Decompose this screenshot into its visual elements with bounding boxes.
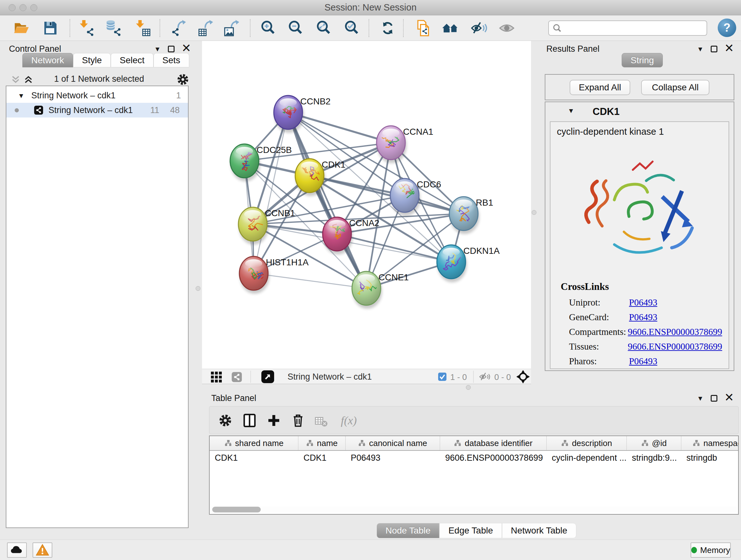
table-row[interactable]: CDK1CDK1P064939606.ENSP00000378699cyclin… [210, 451, 739, 465]
column-header-description[interactable]: description [547, 436, 627, 450]
close-panel-icon[interactable]: ✕ [182, 43, 191, 54]
collapse-all-button[interactable]: Collapse All [641, 80, 710, 95]
close-panel-icon[interactable]: ✕ [724, 392, 734, 403]
grid-view-icon[interactable] [211, 372, 222, 382]
close-window-icon[interactable] [9, 4, 16, 11]
zoom-in-button[interactable] [258, 18, 278, 38]
delete-table-icon[interactable] [312, 412, 330, 429]
protein-structure-image [566, 142, 713, 276]
network-node-RB1[interactable] [449, 197, 479, 234]
hide-selected-button[interactable] [468, 18, 489, 38]
crosslink-link-genecard[interactable]: P06493 [629, 312, 657, 322]
show-all-button[interactable] [496, 18, 517, 38]
column-header-shared-name[interactable]: shared name [210, 436, 298, 450]
network-node-HIST1H1A[interactable] [239, 256, 269, 294]
export-image-button[interactable] [222, 18, 242, 38]
maximize-window-icon[interactable] [30, 4, 37, 11]
tab-network[interactable]: Network [22, 53, 73, 67]
network-node-CDKN1A[interactable] [437, 245, 467, 282]
tab-network-table[interactable]: Network Table [502, 523, 576, 538]
tab-edge-table[interactable]: Edge Table [440, 523, 502, 538]
crosslink-link-pharos[interactable]: P06493 [629, 356, 657, 367]
network-graph[interactable]: CCNB2CCNA1CDC25BCDK1CDC6RB1CCNB1CCNA2CDK… [202, 41, 531, 369]
delete-column-trash-icon[interactable] [289, 412, 307, 429]
network-view-icon[interactable] [231, 372, 242, 382]
import-network-from-file-button[interactable] [76, 18, 96, 38]
crosslink-row: Pharos:P06493 [569, 354, 722, 368]
column-header-canonical-name[interactable]: canonical name [346, 436, 440, 450]
network-node-CCNB2[interactable] [274, 96, 304, 133]
minimize-window-icon[interactable] [19, 4, 26, 11]
collection-count: 1 [176, 91, 181, 101]
open-file-button[interactable] [11, 18, 31, 38]
panel-menu-icon[interactable]: ▼ [154, 46, 161, 52]
save-session-button[interactable] [40, 18, 60, 38]
float-panel-icon[interactable] [168, 46, 175, 52]
column-header-namespace[interactable]: namespace [681, 436, 739, 450]
float-panel-icon[interactable] [711, 46, 718, 52]
crosslink-link-uniprot[interactable]: P06493 [629, 297, 657, 308]
crosslink-row: Tissues:9606.ENSP00000378699 [569, 339, 722, 354]
scrollbar-thumb[interactable] [212, 507, 261, 512]
results-panel: Results Panel ▼ ✕ String Expand All Coll… [539, 41, 741, 385]
import-table-from-file-button[interactable] [132, 18, 152, 38]
network-node-CCNA2[interactable] [323, 217, 353, 254]
show-columns-icon[interactable] [241, 412, 259, 429]
panel-menu-icon[interactable]: ▼ [697, 46, 704, 52]
selected-checkbox-icon[interactable] [438, 373, 447, 381]
search-field[interactable] [548, 20, 707, 36]
toolbar-separator [159, 19, 160, 37]
tab-select[interactable]: Select [111, 53, 153, 67]
node-label-CCNB1: CCNB1 [265, 208, 295, 218]
zoom-selected-button[interactable] [341, 18, 362, 38]
network-label: String Network – cdk1 [49, 105, 133, 115]
left-splitter-handle[interactable] [196, 286, 200, 291]
warnings-button[interactable] [32, 543, 52, 558]
table-options-gear-icon[interactable] [216, 412, 234, 429]
float-panel-icon[interactable] [711, 395, 718, 401]
help-button[interactable]: ? [718, 18, 736, 37]
tab-sets[interactable]: Sets [153, 53, 189, 67]
network-canvas[interactable]: CCNB2CCNA1CDC25BCDK1CDC6RB1CCNB1CCNA2CDK… [202, 41, 531, 369]
network-node-CDC25B[interactable] [230, 144, 260, 181]
network-node-CCNA1[interactable] [376, 126, 407, 163]
gear-icon[interactable] [176, 73, 190, 86]
fit-content-crosshair-icon[interactable] [516, 370, 530, 384]
create-column-plus-icon[interactable] [265, 412, 283, 429]
crosslink-link-compartments[interactable]: 9606.ENSP00000378699 [628, 327, 722, 337]
export-table-button[interactable] [196, 18, 216, 38]
collapse-entry-icon[interactable]: ▼ [568, 107, 575, 114]
table-cell: CDK1 [210, 453, 298, 463]
network-node-CDK1[interactable] [295, 159, 325, 196]
tab-style[interactable]: Style [73, 53, 111, 67]
search-input[interactable] [565, 23, 706, 33]
export-network-button[interactable] [169, 18, 189, 38]
tab-string[interactable]: String [622, 53, 663, 67]
zoom-out-button[interactable] [285, 18, 306, 38]
expand-all-button[interactable]: Expand All [569, 80, 630, 95]
right-splitter-handle[interactable] [532, 210, 536, 215]
bottom-splitter-handle[interactable] [466, 385, 471, 390]
refresh-button[interactable] [378, 18, 398, 38]
function-builder-icon[interactable]: f(x) [334, 412, 363, 429]
table-horizontal-scrollbar[interactable] [210, 506, 737, 513]
import-network-from-database-button[interactable] [103, 18, 124, 38]
cytoscape-window: { "window": { "title": "Session: New Ses… [0, 0, 741, 560]
panel-menu-icon[interactable]: ▼ [697, 395, 704, 401]
column-header-database-identifier[interactable]: database identifier [440, 436, 547, 450]
network-node-CDC6[interactable] [390, 179, 420, 216]
network-collection-row[interactable]: ▼ String Network – cdk1 1 [6, 88, 188, 103]
column-header-name[interactable]: name [298, 436, 346, 450]
memory-button[interactable]: Memory [690, 543, 731, 558]
tab-node-table[interactable]: Node Table [377, 523, 440, 538]
close-panel-icon[interactable]: ✕ [724, 43, 734, 54]
collapse-collection-icon[interactable]: ▼ [18, 92, 24, 99]
first-neighbors-button[interactable] [441, 18, 461, 38]
crosslink-link-tissues[interactable]: 9606.ENSP00000378699 [628, 341, 722, 352]
cloud-status-button[interactable] [7, 543, 27, 558]
zoom-fit-button[interactable] [313, 18, 334, 38]
clone-network-button[interactable] [413, 18, 433, 38]
network-row-selected[interactable]: String Network – cdk1 11 48 [6, 103, 188, 118]
birdseye-view-icon[interactable] [261, 370, 274, 383]
column-header-@id[interactable]: @id [627, 436, 681, 450]
